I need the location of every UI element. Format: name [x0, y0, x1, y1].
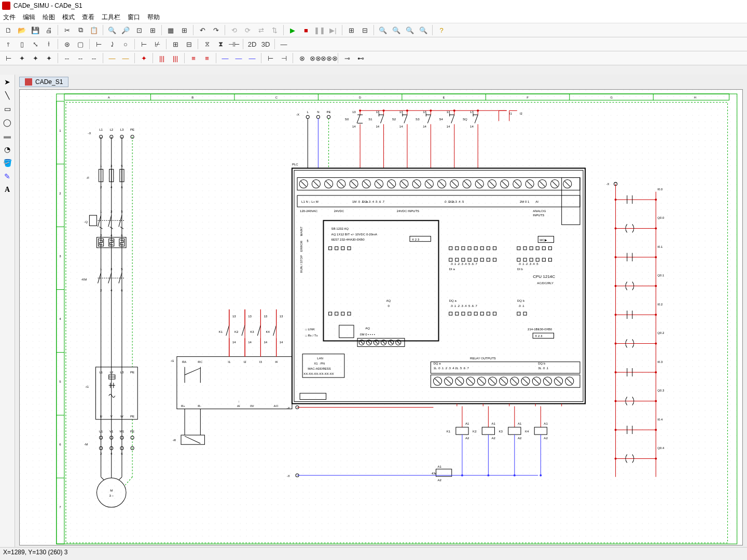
menu-edit[interactable]: 编辑	[23, 13, 35, 22]
wire-term2-icon[interactable]: ⊷	[354, 52, 367, 64]
toolbar-main: 🗋 📂 💾 🖨 ✂ ⧉ 📋 🔍 🔎 ⊡ ⊞ ▦ ⊞ ↶ ↷ ⟲ ⟳ ⇄ ⇅ ▶ …	[0, 23, 747, 37]
menu-mode[interactable]: 模式	[62, 13, 75, 22]
comp-no-icon[interactable]: ⊢	[137, 38, 150, 50]
wire-dash2-icon[interactable]: --	[74, 52, 87, 64]
wire-dash3-icon[interactable]: --	[88, 52, 100, 64]
save-icon[interactable]: 💾	[29, 24, 42, 36]
undo-icon[interactable]: ↶	[196, 24, 209, 36]
copy-icon[interactable]: ⧉	[74, 24, 87, 36]
comp-block-icon[interactable]: ▢	[74, 38, 87, 50]
open-icon[interactable]: 📂	[16, 24, 28, 36]
wire-h1-icon[interactable]: ≡	[187, 52, 200, 64]
comp-line-icon[interactable]: —	[278, 38, 290, 50]
svg-text:-KM: -KM	[431, 472, 436, 475]
wire-3ph1-icon[interactable]: |||	[156, 52, 168, 64]
rect-tool-icon[interactable]: ▭	[2, 104, 12, 114]
wire-coil1-icon[interactable]: ⊗	[296, 52, 308, 64]
comp-rotate-icon[interactable]: ⤸	[106, 38, 118, 50]
wire-blue3-icon[interactable]: —	[246, 52, 258, 64]
wire-4-icon[interactable]: ✦	[43, 52, 55, 64]
step-icon[interactable]: ▶|	[327, 24, 339, 36]
wire-solid1-icon[interactable]: —	[106, 52, 118, 64]
svg-text:I0.0: I0.0	[657, 188, 663, 191]
zoom2-icon[interactable]: 🔍	[390, 24, 403, 36]
wire-blue2-icon[interactable]: —	[232, 52, 245, 64]
comp-cap-icon[interactable]: ⊣⊢	[228, 38, 240, 50]
play-icon[interactable]: ▶	[286, 24, 299, 36]
schematic-svg: ABCDEFGH 1234567 -X L1L2L3PE -F	[20, 90, 742, 545]
wire-term1-icon[interactable]: ⊸	[341, 52, 353, 64]
rotate-left-icon[interactable]: ⟲	[228, 24, 240, 36]
wire-dash1-icon[interactable]: --	[61, 52, 73, 64]
menu-toolbar[interactable]: 工具栏	[102, 13, 120, 22]
pick-tool-icon[interactable]: ✎	[2, 171, 12, 181]
paste-icon[interactable]: 📋	[88, 24, 100, 36]
text-tool-icon[interactable]: A	[2, 185, 12, 195]
mirror-h-icon[interactable]: ⇄	[255, 24, 267, 36]
wire-3-icon[interactable]: ✦	[29, 52, 42, 64]
document-tab[interactable]: CADe_S1	[19, 77, 68, 87]
comp-circle-icon[interactable]: ○	[119, 38, 132, 50]
redo-icon[interactable]: ↷	[210, 24, 222, 36]
comp-probe-icon[interactable]: ⫯	[2, 38, 15, 50]
comp-switch-icon[interactable]: ⤡	[29, 38, 42, 50]
arrow-icon[interactable]: ➤	[2, 77, 12, 87]
select-icon[interactable]: ▦	[164, 24, 177, 36]
wire-coil2-icon[interactable]: ⊗⊗	[309, 52, 322, 64]
wire-h2-icon[interactable]: ≡	[201, 52, 213, 64]
comp-contact-icon[interactable]: ⊢	[92, 38, 105, 50]
grid-icon[interactable]: ⊞	[178, 24, 190, 36]
stop-icon[interactable]: ■	[300, 24, 312, 36]
wire-blue1-icon[interactable]: —	[219, 52, 231, 64]
print-icon[interactable]: 🖨	[43, 24, 55, 36]
zoom3-icon[interactable]: 🔍	[404, 24, 416, 36]
menu-window[interactable]: 窗口	[128, 13, 140, 22]
comp-relay1-icon[interactable]: ⊞	[169, 38, 182, 50]
svg-text:DI b: DI b	[517, 268, 523, 271]
wire-solid2-icon[interactable]: —	[119, 52, 132, 64]
svg-text:-X: -X	[88, 132, 91, 135]
zoom4-icon[interactable]: 🔍	[417, 24, 430, 36]
comp-nc-icon[interactable]: ⊬	[151, 38, 163, 50]
comp-fuse-icon[interactable]: ▯	[16, 38, 28, 50]
zoom-area-icon[interactable]: ⊞	[146, 24, 159, 36]
menu-draw[interactable]: 绘图	[43, 13, 55, 22]
fill-tool-icon[interactable]: 🪣	[2, 158, 12, 168]
svg-text:24VDC INPUTS: 24VDC INPUTS	[397, 209, 419, 213]
new-icon[interactable]: 🗋	[2, 24, 15, 36]
zoom-in-icon[interactable]: 🔎	[119, 24, 132, 36]
menu-view[interactable]: 查看	[82, 13, 94, 22]
pause-icon[interactable]: ❚❚	[313, 24, 326, 36]
comp-3d-icon[interactable]: 3D	[259, 38, 272, 50]
svg-text:PE: PE	[327, 110, 331, 114]
zoom1-icon[interactable]: 🔍	[377, 24, 389, 36]
wire-v2-icon[interactable]: ⊣	[278, 52, 290, 64]
menu-file[interactable]: 文件	[3, 13, 16, 22]
comp-motor-icon[interactable]: ⊛	[61, 38, 73, 50]
ellipse-tool-icon[interactable]: ◯	[2, 117, 12, 128]
wire-node-icon[interactable]: ✦	[137, 52, 150, 64]
comp-multi-icon[interactable]: ⫲	[43, 38, 55, 50]
window1-icon[interactable]: ⊞	[345, 24, 357, 36]
wire-v1-icon[interactable]: ⊢	[264, 52, 276, 64]
drawing-canvas[interactable]: ABCDEFGH 1234567 -X L1L2L3PE -F	[19, 89, 743, 545]
wire-coil3-icon[interactable]: ⊗⊗⊗	[323, 52, 335, 64]
zoom-fit-icon[interactable]: ⊡	[133, 24, 145, 36]
menu-help[interactable]: 帮助	[147, 13, 160, 22]
rotate-right-icon[interactable]: ⟳	[241, 24, 254, 36]
help-icon[interactable]: ?	[435, 24, 448, 36]
comp-timer1-icon[interactable]: ⧖	[201, 38, 213, 50]
wire-3ph2-icon[interactable]: |||	[169, 52, 182, 64]
comp-2d-icon[interactable]: 2D	[246, 38, 258, 50]
cut-icon[interactable]: ✂	[61, 24, 73, 36]
window2-icon[interactable]: ⊟	[358, 24, 371, 36]
zoom-out-icon[interactable]: 🔍	[106, 24, 118, 36]
comp-timer2-icon[interactable]: ⧗	[214, 38, 227, 50]
arc-tool-icon[interactable]: ◔	[2, 144, 12, 155]
mirror-v-icon[interactable]: ⇅	[268, 24, 281, 36]
comp-relay2-icon[interactable]: ⊟	[183, 38, 195, 50]
fillrect-tool-icon[interactable]: ▬	[2, 131, 12, 141]
wire-2-icon[interactable]: ✦	[16, 52, 28, 64]
wire-1-icon[interactable]: ⊢	[2, 52, 15, 64]
line-tool-icon[interactable]: ╲	[2, 90, 12, 101]
